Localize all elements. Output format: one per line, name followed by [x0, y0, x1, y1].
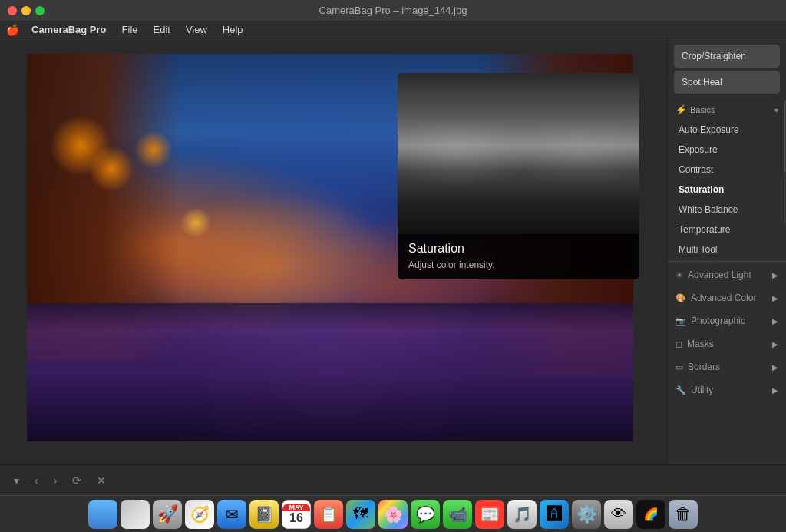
dock-system-prefs[interactable]: ⚙️ — [572, 500, 601, 529]
adj-temperature[interactable]: Temperature — [668, 220, 786, 240]
light-spot — [180, 207, 211, 238]
borders-label: Borders — [688, 362, 720, 372]
close-button[interactable] — [8, 6, 17, 15]
photographic-label: Photographic — [691, 316, 745, 326]
window-controls[interactable] — [8, 6, 45, 15]
basics-icon: ⚡ — [675, 104, 687, 115]
dock: 🚀 🧭 ✉ 📓 MAY 16 📋 🗺 🌸 💬 📹 📰 🎵 🅰 ⚙️ 👁 🌈 🗑 — [0, 495, 786, 532]
water-reflection — [27, 303, 633, 441]
menu-edit[interactable]: Edit — [147, 22, 177, 37]
tool-section: Crop/Straighten Spot Heal — [668, 38, 786, 100]
minimize-button[interactable] — [21, 6, 31, 15]
adj-exposure[interactable]: Exposure — [668, 140, 786, 160]
dock-spectrum[interactable]: 🌈 — [636, 500, 665, 529]
utility-section[interactable]: 🔧 Utility ▶ — [668, 378, 786, 401]
advanced-light-chevron: ▶ — [772, 271, 778, 279]
photographic-icon: 📷 — [675, 316, 686, 326]
dock-siri[interactable] — [121, 500, 150, 529]
photographic-section[interactable]: 📷 Photographic ▶ — [668, 309, 786, 332]
nav-prev-button[interactable]: ‹ — [30, 471, 43, 490]
basics-header[interactable]: ⚡ Basics ▾ — [668, 100, 786, 120]
dock-photos[interactable]: 🌸 — [378, 500, 408, 529]
dock-reminders[interactable]: 📋 — [314, 500, 343, 529]
dock-safari[interactable]: 🧭 — [185, 500, 214, 529]
masks-label: Masks — [687, 339, 714, 349]
borders-section[interactable]: ▭ Borders ▶ — [668, 355, 786, 378]
nav-next-button[interactable]: › — [49, 471, 62, 490]
tooltip-title: Saturation — [408, 242, 629, 256]
adj-saturation[interactable]: Saturation — [668, 180, 786, 200]
masks-section[interactable]: ◻ Masks ▶ — [668, 332, 786, 355]
advanced-color-icon: 🎨 — [675, 293, 686, 303]
light-spot — [134, 131, 173, 169]
dock-news[interactable]: 📰 — [475, 500, 504, 529]
main-content: Saturation Adjust color intensity. Crop/… — [0, 38, 786, 464]
menu-file[interactable]: File — [116, 22, 144, 37]
photographic-chevron: ▶ — [772, 317, 778, 325]
masks-chevron: ▶ — [772, 340, 778, 349]
spot-heal-button[interactable]: Spot Heal — [674, 71, 780, 94]
dock-music[interactable]: 🎵 — [507, 500, 537, 529]
adj-white-balance[interactable]: White Balance — [668, 200, 786, 220]
dock-preview[interactable]: 👁 — [604, 500, 633, 529]
tooltip-preview — [398, 73, 639, 234]
dock-calendar[interactable]: MAY 16 — [282, 500, 311, 529]
dock-maps[interactable]: 🗺 — [346, 500, 375, 529]
dock-finder[interactable] — [88, 500, 117, 529]
adj-contrast[interactable]: Contrast — [668, 160, 786, 180]
menu-help[interactable]: Help — [216, 22, 249, 37]
app-name[interactable]: CameraBag Pro — [25, 22, 113, 37]
canvas-area: Saturation Adjust color intensity. — [0, 38, 667, 464]
menu-bar: 🍎 CameraBag Pro File Edit View Help — [0, 21, 786, 38]
maximize-button[interactable] — [35, 6, 45, 15]
masks-icon: ◻ — [675, 339, 682, 349]
adj-multi-tool[interactable]: Multi Tool — [668, 240, 786, 259]
divider-1 — [668, 261, 786, 262]
close-panel-button[interactable]: ✕ — [92, 471, 111, 490]
utility-label: Utility — [691, 385, 713, 395]
basics-label: Basics — [690, 105, 715, 114]
light-spot — [88, 146, 134, 192]
advanced-color-label: Advanced Color — [691, 292, 756, 303]
nav-down-button[interactable]: ▾ — [9, 471, 24, 490]
basics-chevron: ▾ — [774, 106, 778, 114]
advanced-light-section[interactable]: ☀ Advanced Light ▶ — [668, 263, 786, 286]
title-bar: CameraBag Pro – image_144.jpg — [0, 0, 786, 21]
dock-mail[interactable]: ✉ — [217, 500, 246, 529]
right-panel: Crop/Straighten Spot Heal ⚡ Basics ▾ Aut… — [667, 38, 786, 464]
tooltip-text: Saturation Adjust color intensity. — [398, 234, 639, 279]
reset-button[interactable]: ⟳ — [68, 471, 86, 490]
tooltip-bw-preview — [398, 73, 639, 234]
advanced-light-label: Advanced Light — [688, 269, 751, 280]
adjustments-panel: ⚡ Basics ▾ Auto Exposure Exposure Contra… — [668, 100, 786, 464]
borders-chevron: ▶ — [772, 363, 778, 372]
dock-notes[interactable]: 📓 — [249, 500, 279, 529]
dock-appstore[interactable]: 🅰 — [540, 500, 569, 529]
menu-view[interactable]: View — [180, 22, 213, 37]
bottom-bar: ▾ ‹ › ⟳ ✕ — [0, 464, 786, 495]
utility-icon: 🔧 — [675, 385, 686, 395]
dock-facetime[interactable]: 📹 — [443, 500, 472, 529]
borders-icon: ▭ — [675, 362, 683, 372]
advanced-color-section[interactable]: 🎨 Advanced Color ▶ — [668, 286, 786, 309]
utility-chevron: ▶ — [772, 386, 778, 395]
window-title: CameraBag Pro – image_144.jpg — [319, 5, 467, 16]
dock-messages[interactable]: 💬 — [411, 500, 440, 529]
crop-straighten-button[interactable]: Crop/Straighten — [674, 45, 780, 68]
advanced-color-chevron: ▶ — [772, 294, 778, 302]
dock-launchpad[interactable]: 🚀 — [153, 500, 182, 529]
tooltip-description: Adjust color intensity. — [408, 259, 629, 270]
apple-menu[interactable]: 🍎 — [6, 24, 19, 36]
saturation-tooltip: Saturation Adjust color intensity. — [398, 73, 639, 279]
adj-auto-exposure[interactable]: Auto Exposure — [668, 120, 786, 140]
advanced-light-icon: ☀ — [675, 270, 683, 280]
dock-trash[interactable]: 🗑 — [669, 500, 698, 529]
